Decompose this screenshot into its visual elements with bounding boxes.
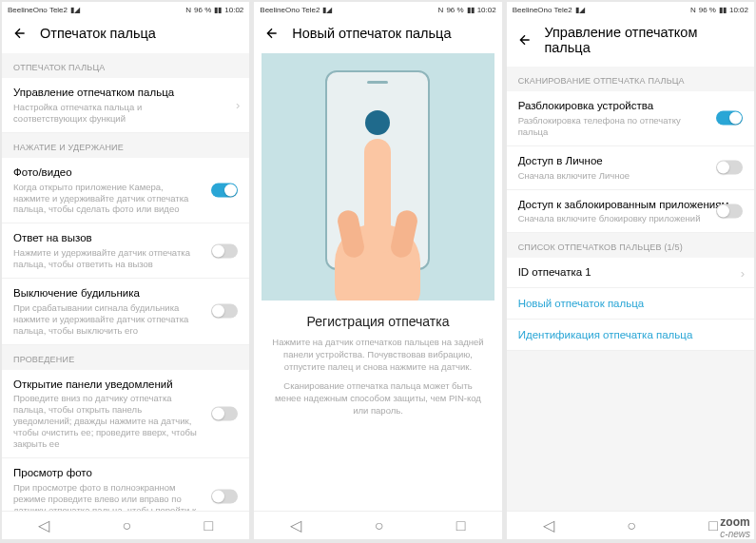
- nav-home-icon[interactable]: ○: [375, 517, 384, 534]
- nav-back-icon[interactable]: ◁: [543, 516, 554, 534]
- row-app-lock[interactable]: Доступ к заблокированным приложениям Сна…: [507, 190, 754, 234]
- screen-manage-fingerprint: BeelineOno Tele2▮◢ N96 %▮▮10:02 Управлен…: [507, 2, 754, 539]
- row-subtitle: Когда открыто приложение Камера, нажмите…: [13, 182, 238, 216]
- row-photo-video[interactable]: Фото/видео Когда открыто приложение Каме…: [2, 158, 249, 224]
- nav-recent-icon[interactable]: □: [708, 517, 718, 534]
- back-button[interactable]: [11, 25, 29, 42]
- row-subtitle: Сначала включите Личное: [518, 170, 743, 182]
- nfc-icon: N: [438, 6, 444, 14]
- watermark: zoomc-news: [720, 515, 750, 539]
- hand-icon: [335, 139, 420, 301]
- page-title: Управление отпечатком пальца: [544, 25, 745, 55]
- row-answer-call[interactable]: Ответ на вызов Нажмите и удерживайте дат…: [2, 223, 249, 279]
- toggle-app-lock[interactable]: [716, 204, 743, 218]
- row-title: Доступ к заблокированным приложениям: [518, 198, 743, 212]
- row-title: Просмотр фото: [13, 466, 238, 480]
- toggle-notification-panel[interactable]: [211, 406, 238, 420]
- row-subtitle: При срабатывании сигнала будильника нажм…: [13, 302, 238, 337]
- content: Регистрация отпечатка Нажмите на датчик …: [254, 53, 501, 511]
- chevron-right-icon: ›: [236, 98, 240, 112]
- nfc-icon: N: [185, 6, 191, 14]
- nav-back-icon[interactable]: ◁: [290, 516, 301, 534]
- row-fingerprint-1[interactable]: ID отпечатка 1 ›: [507, 258, 754, 288]
- toggle-browse-photos[interactable]: [211, 490, 238, 504]
- section-swipe: ПРОВЕДЕНИЕ: [2, 345, 249, 370]
- nav-bar: ◁ ○ □: [254, 511, 501, 539]
- link-new-fingerprint[interactable]: Новый отпечаток пальца: [507, 288, 754, 320]
- battery-label: 96 %: [699, 6, 716, 14]
- carrier-label: BeelineOno Tele2: [8, 6, 68, 14]
- nav-home-icon[interactable]: ○: [627, 517, 636, 534]
- row-title: Фото/видео: [13, 165, 238, 180]
- clock-label: 10:02: [729, 6, 748, 14]
- row-unlock-device[interactable]: Разблокировка устройства Разблокировка т…: [507, 91, 754, 146]
- row-access-safe[interactable]: Доступ в Личное Сначала включите Личное: [507, 146, 754, 190]
- clock-label: 10:02: [477, 6, 496, 14]
- section-fingerprint-list: СПИСОК ОТПЕЧАТКОВ ПАЛЬЦЕВ (1/5): [507, 233, 754, 258]
- nfc-icon: N: [690, 6, 696, 14]
- signal-icon: ▮◢: [322, 6, 332, 14]
- row-title: Ответ на вызов: [13, 231, 238, 245]
- nav-recent-icon[interactable]: □: [204, 517, 213, 534]
- back-button[interactable]: [516, 31, 533, 48]
- battery-icon: ▮▮: [467, 6, 475, 14]
- battery-icon: ▮▮: [214, 6, 222, 14]
- nav-bar: ◁ ○ □: [2, 511, 249, 539]
- status-bar: BeelineOno Tele2▮◢ N96 %▮▮10:02: [2, 2, 249, 17]
- link-identify-fingerprint[interactable]: Идентификация отпечатка пальца: [507, 320, 754, 351]
- status-bar: BeelineOno Tele2▮◢ N96 %▮▮10:02: [507, 2, 754, 17]
- header: Отпечаток пальца: [2, 17, 249, 53]
- battery-label: 96 %: [194, 6, 211, 14]
- header: Управление отпечатком пальца: [507, 17, 754, 67]
- row-title: Разблокировка устройства: [518, 99, 743, 113]
- row-title: Доступ в Личное: [518, 154, 743, 168]
- registration-warning: Сканирование отпечатка пальца может быть…: [254, 380, 501, 424]
- battery-icon: ▮▮: [719, 6, 727, 14]
- row-notification-panel[interactable]: Открытие панели уведомлений Проведите вн…: [2, 370, 249, 458]
- registration-instructions: Нажмите на датчик отпечатков пальцев на …: [254, 337, 501, 380]
- signal-icon: ▮◢: [575, 6, 585, 14]
- section-fingerprint: ОТПЕЧАТОК ПАЛЬЦА: [2, 53, 249, 78]
- row-subtitle: При просмотре фото в полноэкранном режим…: [13, 482, 238, 511]
- toggle-access-safe[interactable]: [716, 161, 743, 175]
- chevron-right-icon: ›: [741, 265, 745, 280]
- fingerprint-sensor-icon: [365, 110, 390, 135]
- screen-new-fingerprint: BeelineOno Tele2▮◢ N96 %▮▮10:02 Новый от…: [254, 2, 501, 539]
- row-alarm-off[interactable]: Выключение будильника При срабатывании с…: [2, 279, 249, 345]
- back-button[interactable]: [263, 25, 281, 42]
- status-bar: BeelineOno Tele2▮◢ N96 %▮▮10:02: [254, 2, 501, 17]
- row-manage-fingerprint[interactable]: Управление отпечатком пальца Настройка о…: [2, 78, 249, 133]
- screen-fingerprint-settings: BeelineOno Tele2▮◢ N96 %▮▮10:02 Отпечато…: [2, 2, 249, 539]
- nav-home-icon[interactable]: ○: [122, 517, 131, 534]
- fingerprint-illustration: [262, 53, 494, 301]
- toggle-photo-video[interactable]: [211, 183, 238, 197]
- nav-back-icon[interactable]: ◁: [38, 516, 49, 534]
- toggle-answer-call[interactable]: [211, 243, 238, 258]
- page-title: Новый отпечаток пальца: [292, 26, 451, 41]
- content: СКАНИРОВАНИЕ ОТПЕЧАТКА ПАЛЬЦА Разблокиро…: [507, 67, 754, 511]
- clock-label: 10:02: [224, 6, 243, 14]
- section-scan: СКАНИРОВАНИЕ ОТПЕЧАТКА ПАЛЬЦА: [507, 67, 754, 91]
- row-subtitle: Разблокировка телефона по отпечатку паль…: [518, 115, 743, 138]
- carrier-label: BeelineOno Tele2: [260, 6, 320, 14]
- section-press-hold: НАЖАТИЕ И УДЕРЖАНИЕ: [2, 133, 249, 158]
- row-title: Выключение будильника: [13, 286, 238, 301]
- row-title: Управление отпечатком пальца: [13, 86, 238, 100]
- nav-recent-icon[interactable]: □: [456, 517, 466, 534]
- content: ОТПЕЧАТОК ПАЛЬЦА Управление отпечатком п…: [2, 53, 249, 511]
- toggle-unlock-device[interactable]: [716, 111, 743, 126]
- toggle-alarm-off[interactable]: [211, 304, 238, 319]
- registration-title: Регистрация отпечатка: [254, 301, 501, 337]
- signal-icon: ▮◢: [70, 6, 80, 14]
- page-title: Отпечаток пальца: [40, 26, 156, 41]
- battery-label: 96 %: [446, 6, 463, 14]
- row-subtitle: Проведите вниз по датчику отпечатка паль…: [13, 393, 238, 449]
- row-subtitle: Сначала включите блокировку приложений: [518, 213, 743, 224]
- row-subtitle: Нажмите и удерживайте датчик отпечатка п…: [13, 247, 238, 270]
- header: Новый отпечаток пальца: [254, 17, 501, 53]
- row-browse-photos[interactable]: Просмотр фото При просмотре фото в полно…: [2, 458, 249, 511]
- row-title: ID отпечатка 1: [518, 265, 743, 280]
- carrier-label: BeelineOno Tele2: [513, 6, 572, 14]
- row-subtitle: Настройка отпечатка пальца и соответству…: [13, 102, 238, 125]
- row-title: Открытие панели уведомлений: [13, 378, 238, 392]
